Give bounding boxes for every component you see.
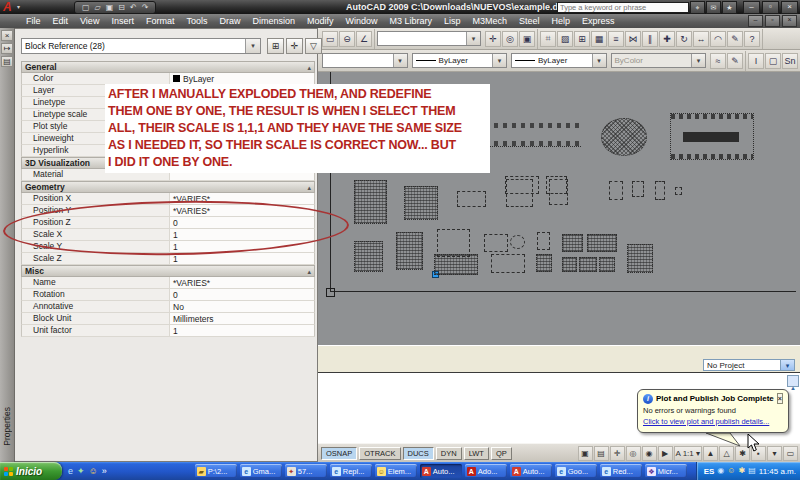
region-icon[interactable]: ⊞	[574, 31, 590, 47]
cad-block-2[interactable]	[601, 118, 647, 156]
cad-block-6[interactable]	[354, 180, 387, 224]
menu-tools[interactable]: Tools	[180, 16, 213, 26]
taskbar-button-p-2[interactable]: ▰P:\2...	[195, 464, 237, 478]
chevron-down-icon[interactable]	[393, 54, 407, 67]
minimize-button[interactable]: –	[743, 1, 760, 14]
cad-block-7[interactable]	[404, 186, 438, 220]
chevron-down-icon[interactable]	[492, 54, 506, 67]
status-toggle-dyn[interactable]: DYN	[436, 447, 462, 460]
layer-combo[interactable]	[322, 53, 408, 68]
properties-menu-icon[interactable]: ▤	[1, 56, 13, 67]
status-toggle-qp[interactable]: QP	[491, 447, 512, 460]
cad-block-9[interactable]	[506, 179, 533, 207]
status-toggle-lwt[interactable]: LWT	[464, 447, 489, 460]
clean-screen-icon[interactable]: ▭	[783, 446, 798, 461]
taskbar-button-ado[interactable]: AAdo...	[465, 464, 507, 478]
help-icon[interactable]: ?	[744, 31, 760, 47]
cad-block-20[interactable]	[510, 235, 525, 249]
cad-block-12[interactable]	[632, 181, 644, 197]
app-quicklaunch-icon[interactable]: ✦	[77, 462, 85, 480]
chevron-down-icon[interactable]	[592, 54, 606, 67]
clock[interactable]: 11:45 a.m.	[759, 467, 796, 476]
move-icon[interactable]: ✚	[659, 31, 675, 47]
status-toggle-ducs[interactable]: DUCS	[403, 447, 434, 460]
property-value[interactable]: *VARIES*	[170, 277, 314, 288]
menu-help[interactable]: Help	[546, 16, 577, 26]
cad-block-23[interactable]	[587, 234, 617, 252]
menu-lisp[interactable]: Lisp	[438, 16, 467, 26]
chevron-down-icon[interactable]	[466, 32, 480, 45]
select-objects-icon[interactable]: ✛	[286, 38, 303, 54]
taskbar-button-repl[interactable]: eRepl...	[330, 464, 372, 478]
taskbar-button-gma[interactable]: eGma...	[240, 464, 282, 478]
open-file-icon[interactable]: ▱	[95, 3, 101, 13]
menu-modify[interactable]: Modify	[301, 16, 340, 26]
pan-icon[interactable]: ✛	[610, 446, 625, 461]
cad-block-24[interactable]	[491, 254, 525, 273]
palette-tab-label[interactable]: Properties	[2, 407, 12, 446]
property-value[interactable]: ByLayer	[170, 73, 314, 84]
section-header-geometry[interactable]: Geometry	[21, 181, 315, 193]
edit-icon[interactable]: ✎	[727, 31, 743, 47]
taskbar-button-micr[interactable]: ❖Micr...	[645, 464, 687, 478]
cad-block-19[interactable]	[484, 234, 508, 252]
offset-icon[interactable]: ∥	[642, 31, 658, 47]
taskbar-button-auto[interactable]: AAuto...	[420, 464, 462, 478]
favorites-star-icon[interactable]: ★	[722, 1, 737, 14]
autocad-logo-icon[interactable]: A	[3, 0, 12, 14]
toggle-pickadd-icon[interactable]: ⊞	[267, 38, 284, 54]
property-value[interactable]: No	[170, 301, 314, 312]
start-button[interactable]: Inicio	[0, 462, 62, 480]
snap-settings-button[interactable]: Sn	[782, 53, 798, 69]
rotate-icon[interactable]: ↻	[676, 31, 692, 47]
cad-block-28[interactable]	[599, 257, 615, 272]
table-icon[interactable]: ▦	[591, 31, 607, 47]
gradient-icon[interactable]: ▨	[557, 31, 573, 47]
cad-block-26[interactable]	[562, 257, 577, 272]
cad-block-29[interactable]	[627, 244, 653, 273]
plot-icon[interactable]: ⊟	[118, 3, 125, 13]
search-input[interactable]	[557, 2, 689, 13]
text-style-icon[interactable]: I	[748, 53, 764, 69]
quicklaunch-chevron-icon[interactable]: »	[102, 462, 107, 480]
cad-block-3[interactable]	[670, 113, 754, 160]
section-header-general[interactable]: General	[21, 61, 315, 73]
cad-block-21[interactable]	[537, 232, 550, 250]
menu-format[interactable]: Format	[140, 16, 181, 26]
match-properties-icon[interactable]: ≈	[710, 53, 726, 69]
named-view-icon[interactable]: ▭	[322, 31, 338, 47]
steering-wheel-icon[interactable]: ◉	[642, 446, 657, 461]
close-button[interactable]: ×	[781, 1, 798, 14]
status-toggle-otrack[interactable]: OTRACK	[359, 447, 400, 460]
property-value[interactable]: 1	[170, 325, 314, 336]
lineweight-combo[interactable]: ByLayer	[511, 53, 606, 68]
status-toggle-osnap[interactable]: OSNAP	[321, 447, 357, 460]
display-tray-icon[interactable]: ▤	[748, 462, 756, 480]
circle-icon[interactable]: ⊖	[339, 31, 355, 47]
restore-button[interactable]: ▫	[765, 15, 780, 27]
zoom-realtime-icon[interactable]: ◎	[502, 31, 518, 47]
selection-type-combo[interactable]: Block Reference (28)	[21, 38, 261, 54]
save-icon[interactable]: ▣	[106, 3, 114, 13]
messenger-quicklaunch-icon[interactable]: ☺	[89, 462, 98, 480]
undo-icon[interactable]: ↶	[130, 3, 137, 13]
property-row-unit-factor[interactable]: Unit factor1	[21, 325, 315, 337]
restore-button[interactable]: ▫	[762, 1, 779, 14]
menu-dimension[interactable]: Dimension	[246, 16, 301, 26]
menu-file[interactable]: File	[20, 16, 47, 26]
menu-draw[interactable]: Draw	[213, 16, 246, 26]
mirror-icon[interactable]: ⋈	[625, 31, 641, 47]
angle-icon[interactable]: ∠	[356, 31, 372, 47]
cad-block-18[interactable]	[434, 254, 478, 275]
cad-block-22[interactable]	[562, 234, 583, 252]
redo-icon[interactable]: ↷	[142, 3, 149, 13]
close-button[interactable]: ×	[782, 15, 797, 27]
hatch-icon[interactable]: ⌗	[540, 31, 556, 47]
cad-block-27[interactable]	[579, 257, 597, 272]
close-icon[interactable]: ×	[777, 393, 783, 404]
cad-block-15[interactable]	[354, 241, 383, 272]
quick-select-icon[interactable]: ▽	[305, 38, 322, 54]
property-row-annotative[interactable]: AnnotativeNo	[21, 301, 315, 313]
logo-menu-arrow-icon[interactable]: ▾	[17, 3, 20, 10]
language-indicator[interactable]: ES	[704, 467, 715, 476]
